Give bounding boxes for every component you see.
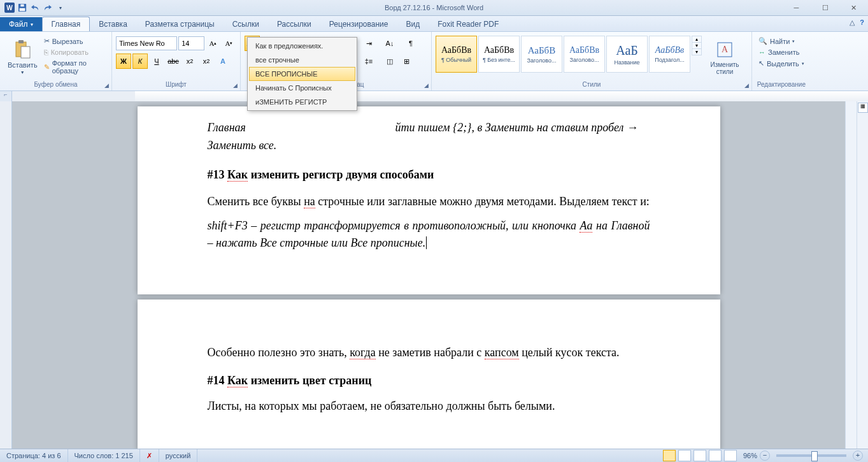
strike-button[interactable]: abc: [166, 54, 181, 69]
style-heading1[interactable]: АаБбВЗаголово...: [521, 36, 562, 73]
copy-icon: ⎘: [44, 48, 48, 56]
line-spacing-button[interactable]: ‡≡: [361, 54, 376, 69]
subscript-button[interactable]: x2: [182, 54, 197, 69]
grow-font-button[interactable]: A▴: [206, 36, 220, 51]
side-tools: ▦: [857, 101, 868, 449]
document-area[interactable]: Главная йти пишем {2;}, в Заменить на ст…: [12, 101, 845, 449]
change-case-menu: Как в предложениях. все строчные ВСЕ ПРО…: [247, 37, 357, 111]
ruler-toggle[interactable]: ▦: [858, 103, 868, 113]
paragraph-launcher[interactable]: ◢: [422, 82, 430, 89]
maximize-button[interactable]: ☐: [811, 1, 839, 15]
page-4[interactable]: Главная йти пишем {2;}, в Заменить на ст…: [138, 106, 720, 294]
find-button[interactable]: 🔍Найти▾: [756, 36, 807, 47]
status-language[interactable]: русский: [159, 449, 197, 462]
clipboard-launcher[interactable]: ◢: [103, 82, 110, 89]
minimize-ribbon-icon[interactable]: △: [850, 18, 855, 27]
status-proofing[interactable]: ✗: [140, 449, 159, 462]
group-font: Times New Ro 14 A▴ A▾ Ж К Ч abc x2 x2 A …: [112, 32, 241, 90]
case-lower[interactable]: все строчные: [249, 53, 355, 67]
zoom-out-button[interactable]: −: [760, 451, 770, 461]
shading-button[interactable]: ◫: [382, 54, 397, 69]
doc-text: Сменить все буквы на строчные или заглав…: [208, 193, 650, 211]
font-size-combo[interactable]: 14: [178, 36, 204, 50]
view-full-screen[interactable]: [678, 450, 691, 461]
tab-home[interactable]: Главная: [42, 17, 90, 31]
superscript-button[interactable]: x2: [199, 54, 214, 69]
change-styles-button[interactable]: A Изменить стили: [702, 33, 748, 81]
style-heading2[interactable]: АаБбВвЗаголово...: [564, 36, 605, 73]
doc-text: Главная: [208, 121, 249, 134]
text-effects-button[interactable]: A: [215, 54, 231, 69]
style-gallery[interactable]: АаБбВв¶ Обычный АаБбВв¶ Без инте... АаБб…: [436, 33, 702, 81]
tab-view[interactable]: Вид: [397, 17, 429, 31]
style-title[interactable]: АаБНазвание: [606, 36, 648, 73]
zoom-slider[interactable]: [776, 454, 846, 457]
style-subtitle[interactable]: АаБбВвПодзагол...: [649, 36, 690, 73]
tab-mailings[interactable]: Рассылки: [268, 17, 320, 31]
status-words[interactable]: Число слов: 1 215: [68, 449, 140, 462]
underline-button[interactable]: Ч: [149, 54, 164, 69]
select-button[interactable]: ↖Выделить▾: [756, 58, 807, 69]
window-title: Ворд 27.12.16 - Microsoft Word: [385, 4, 483, 11]
view-web[interactable]: [694, 450, 706, 461]
help-icon[interactable]: ?: [860, 18, 864, 27]
undo-icon[interactable]: [29, 2, 41, 13]
show-marks-button[interactable]: ¶: [403, 36, 418, 51]
status-page[interactable]: Страница: 4 из 6: [0, 449, 68, 462]
bold-button[interactable]: Ж: [116, 54, 131, 69]
replace-icon: ↔: [758, 48, 765, 56]
shrink-font-button[interactable]: A▾: [222, 36, 236, 51]
doc-text: йти пишем {2;}, в Заменить на ставим про…: [208, 121, 638, 152]
tab-review[interactable]: Рецензирование: [320, 17, 397, 31]
change-styles-icon: A: [715, 40, 735, 60]
style-scroll[interactable]: ▴ ▾ ▾: [692, 36, 702, 55]
copy-button[interactable]: ⎘Копировать: [41, 47, 108, 57]
titlebar: W ▾ Ворд 27.12.16 - Microsoft Word ─ ☐ ✕: [0, 0, 868, 16]
save-icon[interactable]: [17, 2, 28, 13]
italic-button[interactable]: К: [132, 54, 148, 69]
style-nospacing[interactable]: АаБбВв¶ Без инте...: [478, 36, 520, 73]
borders-button[interactable]: ⊞: [399, 54, 414, 69]
view-print-layout[interactable]: [663, 450, 676, 461]
tab-layout[interactable]: Разметка страницы: [136, 17, 224, 31]
group-styles: АаБбВв¶ Обычный АаБбВв¶ Без инте... АаБб…: [432, 32, 752, 90]
page-5[interactable]: Особенно полезно это знать, когда не зам…: [138, 300, 720, 449]
increase-indent-button[interactable]: ⇥: [361, 36, 376, 51]
scissors-icon: ✂: [44, 37, 50, 45]
cut-button[interactable]: ✂Вырезать: [41, 36, 108, 47]
font-launcher[interactable]: ◢: [231, 82, 239, 89]
font-name-combo[interactable]: Times New Ro: [116, 36, 177, 50]
tab-references[interactable]: Ссылки: [224, 17, 268, 31]
app-icon[interactable]: W: [4, 2, 15, 13]
zoom-in-button[interactable]: +: [853, 451, 863, 461]
tab-foxit[interactable]: Foxit Reader PDF: [429, 17, 508, 31]
case-sentence[interactable]: Как в предложениях.: [249, 39, 355, 53]
statusbar: Страница: 4 из 6 Число слов: 1 215 ✗ рус…: [0, 449, 868, 462]
view-outline[interactable]: [709, 450, 722, 461]
quick-access-toolbar: W ▾: [0, 2, 66, 13]
view-draft[interactable]: [724, 450, 737, 461]
paste-button[interactable]: Вставить ▼: [4, 33, 41, 81]
ruler-vertical[interactable]: [0, 101, 12, 449]
tab-insert[interactable]: Вставка: [90, 17, 136, 31]
case-toggle[interactable]: иЗМЕНИТЬ РЕГИСТР: [249, 95, 355, 109]
style-normal[interactable]: АаБбВв¶ Обычный: [436, 36, 477, 73]
zoom-level[interactable]: 96%: [743, 452, 757, 459]
styles-launcher[interactable]: ◢: [743, 82, 750, 89]
group-label: Шрифт: [116, 81, 236, 89]
redo-icon[interactable]: [42, 2, 53, 13]
doc-text: Листы, на которых мы работаем, не обязат…: [208, 398, 650, 415]
case-upper[interactable]: ВСЕ ПРОПИСНЫЕ: [249, 67, 355, 81]
format-painter-button[interactable]: ✎Формат по образцу: [41, 58, 108, 76]
case-title[interactable]: Начинать С Прописных: [249, 81, 355, 95]
minimize-button[interactable]: ─: [782, 1, 811, 15]
ribbon: Вставить ▼ ✂Вырезать ⎘Копировать ✎Формат…: [0, 32, 868, 91]
close-button[interactable]: ✕: [839, 1, 868, 15]
doc-text: shift+F3 – регистр трансформируется в пр…: [208, 217, 650, 253]
scrollbar-vertical[interactable]: [845, 101, 857, 449]
qat-dropdown-icon[interactable]: ▾: [55, 2, 66, 13]
file-tab[interactable]: Файл▾: [0, 17, 42, 31]
group-label: Стили: [436, 81, 748, 89]
sort-button[interactable]: A↓: [382, 36, 397, 51]
replace-button[interactable]: ↔Заменить: [756, 47, 807, 57]
